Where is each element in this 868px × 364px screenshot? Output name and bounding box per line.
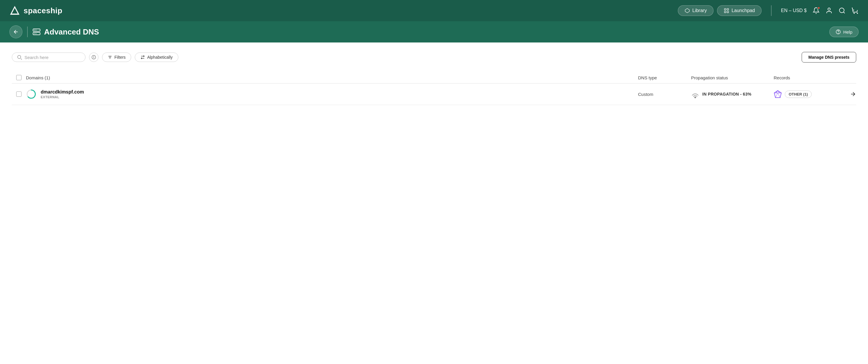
col-propagation-status: Propagation status (691, 75, 774, 80)
svg-point-32 (695, 97, 696, 98)
user-button[interactable] (826, 7, 833, 14)
svg-line-38 (778, 93, 780, 98)
search-wrap (12, 53, 86, 62)
search-input[interactable] (25, 55, 81, 60)
svg-marker-33 (774, 91, 781, 98)
navbar-right: EN – USD $ (781, 7, 859, 14)
svg-line-9 (843, 12, 845, 13)
records-badge: OTHER (1) (785, 91, 812, 98)
row-checkbox-cell (12, 91, 26, 97)
library-button[interactable]: Library (678, 5, 714, 16)
svg-rect-5 (724, 11, 726, 13)
propagation-spinner-icon (26, 89, 36, 99)
col-records: Records (774, 75, 838, 80)
dns-type-cell: Custom (638, 92, 691, 97)
help-icon (836, 29, 841, 34)
launchpad-button[interactable]: Launchpad (717, 5, 762, 16)
domain-cell: dmarcdkimspf.com EXTERNAL (26, 89, 638, 99)
info-button[interactable] (89, 53, 98, 62)
svg-point-8 (839, 8, 844, 13)
search-button[interactable] (838, 7, 846, 14)
brand-name: spaceship (24, 6, 63, 16)
svg-rect-6 (727, 11, 728, 13)
notifications-button[interactable] (813, 7, 819, 14)
dns-table: Domains (1) DNS type Propagation status … (12, 72, 856, 105)
col-domains: Domains (1) (26, 75, 638, 80)
domain-tag: EXTERNAL (41, 95, 84, 99)
subheader-left: Advanced DNS (9, 25, 99, 38)
row-checkbox[interactable] (16, 91, 22, 97)
table-header: Domains (1) DNS type Propagation status … (12, 72, 856, 84)
user-icon (826, 7, 833, 14)
info-icon (91, 55, 96, 60)
notification-dot (817, 6, 820, 9)
search-input-icon (17, 55, 22, 60)
arrow-left-icon (13, 29, 19, 35)
svg-line-37 (775, 93, 778, 98)
propagation-text: IN PROPAGATION - 63% (702, 92, 751, 96)
cart-button[interactable] (851, 7, 859, 14)
svg-point-25 (94, 56, 94, 57)
nav-divider (771, 5, 772, 16)
brand-logo (9, 5, 20, 16)
svg-rect-4 (727, 8, 728, 10)
toolbar: Filters Alphabetically Manage DNS preset… (12, 52, 856, 63)
svg-rect-13 (33, 29, 40, 31)
sort-icon (140, 55, 145, 60)
navbar-center: Library Launchpad (678, 5, 762, 16)
svg-point-10 (854, 13, 855, 13)
col-dns-type: DNS type (638, 75, 691, 80)
language-button[interactable]: EN – USD $ (781, 8, 807, 13)
arrow-right-icon (850, 91, 856, 97)
header-checkbox[interactable] (16, 75, 22, 80)
svg-point-21 (18, 56, 21, 59)
records-icon (774, 90, 782, 98)
svg-line-22 (21, 59, 22, 60)
launchpad-icon (724, 8, 729, 13)
manage-dns-presets-button[interactable]: Manage DNS presets (802, 52, 856, 63)
search-icon (838, 7, 846, 14)
domain-name: dmarcdkimspf.com (41, 89, 84, 95)
svg-point-7 (828, 8, 830, 10)
subheader: Advanced DNS Help (0, 21, 868, 42)
navbar: spaceship Library Launchpad EN – USD $ (0, 0, 868, 21)
svg-rect-14 (33, 32, 40, 35)
svg-rect-3 (724, 8, 726, 10)
header-checkbox-cell (12, 75, 26, 80)
main-content: Filters Alphabetically Manage DNS preset… (0, 42, 868, 364)
table-row: dmarcdkimspf.com EXTERNAL Custom IN PROP… (12, 84, 856, 105)
filters-icon (107, 55, 112, 60)
signal-icon (691, 90, 700, 98)
subheader-divider (27, 27, 28, 37)
page-title: Advanced DNS (32, 27, 99, 37)
domain-info: dmarcdkimspf.com EXTERNAL (41, 89, 84, 99)
records-cell: OTHER (1) (774, 90, 838, 98)
help-button[interactable]: Help (829, 27, 859, 37)
svg-point-11 (857, 13, 858, 13)
back-button[interactable] (9, 25, 22, 38)
sort-button[interactable]: Alphabetically (135, 53, 178, 62)
dns-icon (32, 28, 41, 36)
svg-marker-2 (685, 8, 689, 13)
cart-icon (851, 7, 859, 14)
library-icon (685, 8, 690, 13)
row-arrow-button[interactable] (838, 91, 856, 97)
filters-button[interactable]: Filters (102, 53, 131, 62)
propagation-status-cell: IN PROPAGATION - 63% (691, 90, 774, 98)
brand: spaceship (9, 5, 671, 16)
